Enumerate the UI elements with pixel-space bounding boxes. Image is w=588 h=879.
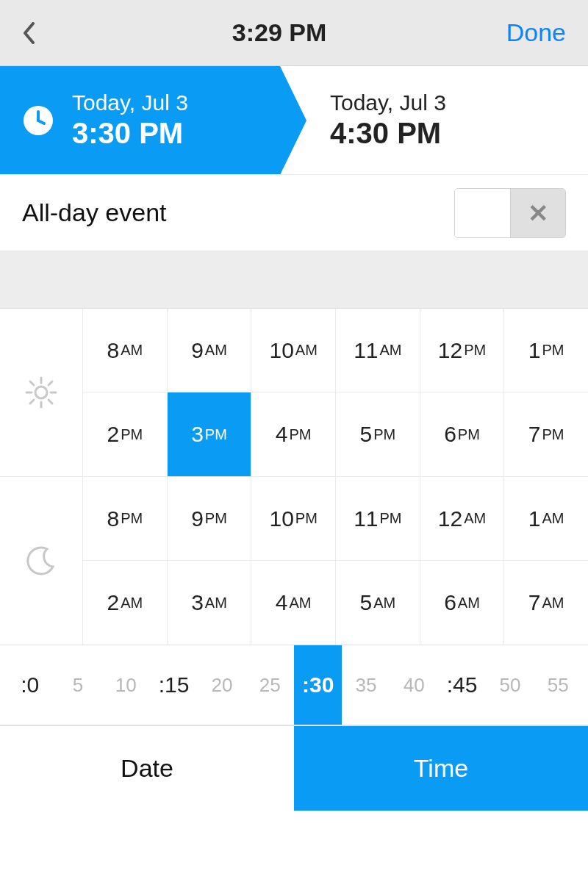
close-icon: ✕ xyxy=(511,189,566,237)
svg-line-7 xyxy=(49,400,52,403)
hour-group-night: 8PM9PM10PM11PM12AM1AM2AM3AM4AM5AM6AM7AM xyxy=(0,477,588,645)
hour-cell[interactable]: 8AM xyxy=(82,309,167,392)
range-start-date: Today, Jul 3 xyxy=(72,90,188,115)
hour-grid-day: 8AM9AM10AM11AM12PM1PM2PM3PM4PM5PM6PM7PM xyxy=(82,309,588,476)
hour-cell[interactable]: 4AM xyxy=(251,561,335,645)
hour-cell[interactable]: 2PM xyxy=(82,392,167,476)
minute-cell[interactable]: 25 xyxy=(246,645,294,725)
hour-cell[interactable]: 8PM xyxy=(82,477,167,561)
minute-cell[interactable]: :45 xyxy=(438,645,486,725)
minute-cell[interactable]: 5 xyxy=(54,645,101,725)
tab-date[interactable]: Date xyxy=(0,726,294,811)
range-start-time: 3:30 PM xyxy=(72,117,188,150)
hour-cell[interactable]: 10AM xyxy=(251,309,335,392)
minute-cell[interactable]: :15 xyxy=(150,645,198,725)
hour-cell[interactable]: 12PM xyxy=(420,309,504,392)
bottom-tabs: Date Time xyxy=(0,725,588,811)
hour-cell[interactable]: 4PM xyxy=(251,392,335,476)
all-day-row: All-day event ✕ xyxy=(0,175,588,251)
hour-cell[interactable]: 3AM xyxy=(167,561,251,645)
hour-cell[interactable]: 1AM xyxy=(503,477,588,561)
hour-cell[interactable]: 11AM xyxy=(335,309,420,392)
hour-cell[interactable]: 9AM xyxy=(167,309,251,392)
hour-cell[interactable]: 7AM xyxy=(503,561,588,645)
range-row: Today, Jul 3 3:30 PM Today, Jul 3 4:30 P… xyxy=(0,66,588,175)
hour-cell[interactable]: 7PM xyxy=(503,392,588,476)
hour-section: 8AM9AM10AM11AM12PM1PM2PM3PM4PM5PM6PM7PM … xyxy=(0,309,588,645)
minute-cell[interactable]: :30 xyxy=(294,645,342,725)
hour-cell[interactable]: 9PM xyxy=(167,477,251,561)
minute-cell[interactable]: 50 xyxy=(486,645,534,725)
minute-row: :0510:152025:303540:455055 xyxy=(0,645,588,725)
sun-icon xyxy=(0,309,82,476)
hour-cell[interactable]: 2AM xyxy=(82,561,167,645)
minute-cell[interactable]: 35 xyxy=(342,645,390,725)
range-end-date: Today, Jul 3 xyxy=(330,90,446,115)
all-day-toggle[interactable]: ✕ xyxy=(454,188,566,238)
spacer xyxy=(0,251,588,309)
svg-point-1 xyxy=(35,387,47,398)
range-end-text: Today, Jul 3 4:30 PM xyxy=(330,90,446,150)
hour-cell[interactable]: 10PM xyxy=(251,477,335,561)
minute-cell[interactable]: 40 xyxy=(390,645,438,725)
header: 3:29 PM Done xyxy=(0,0,588,66)
hour-cell[interactable]: 6PM xyxy=(420,392,504,476)
hour-grid-night: 8PM9PM10PM11PM12AM1AM2AM3AM4AM5AM6AM7AM xyxy=(82,477,588,645)
hour-cell[interactable]: 6AM xyxy=(420,561,504,645)
minute-cell[interactable]: 20 xyxy=(198,645,245,725)
toggle-off-thumb xyxy=(455,189,511,237)
back-button[interactable] xyxy=(22,22,66,44)
hour-cell[interactable]: 3PM xyxy=(167,392,251,476)
minute-cell[interactable]: 10 xyxy=(102,645,150,725)
minute-cell[interactable]: :0 xyxy=(6,645,54,725)
minute-cell[interactable]: 55 xyxy=(534,645,582,725)
moon-icon xyxy=(0,477,82,645)
clock-icon xyxy=(22,104,54,137)
header-title: 3:29 PM xyxy=(66,18,492,47)
hour-cell[interactable]: 12AM xyxy=(420,477,504,561)
hour-cell[interactable]: 1PM xyxy=(503,309,588,392)
tab-time[interactable]: Time xyxy=(294,726,588,811)
all-day-label: All-day event xyxy=(22,198,167,227)
range-start-text: Today, Jul 3 3:30 PM xyxy=(72,90,188,150)
chevron-left-icon xyxy=(22,22,35,44)
svg-line-8 xyxy=(49,381,52,385)
hour-cell[interactable]: 5PM xyxy=(335,392,420,476)
range-end-time: 4:30 PM xyxy=(330,117,446,150)
svg-line-6 xyxy=(30,381,34,385)
hour-group-day: 8AM9AM10AM11AM12PM1PM2PM3PM4PM5PM6PM7PM xyxy=(0,309,588,477)
done-button[interactable]: Done xyxy=(492,18,566,47)
svg-line-9 xyxy=(30,400,34,403)
range-end[interactable]: Today, Jul 3 4:30 PM xyxy=(280,66,588,174)
range-start[interactable]: Today, Jul 3 3:30 PM xyxy=(0,66,280,174)
hour-cell[interactable]: 5AM xyxy=(335,561,420,645)
hour-cell[interactable]: 11PM xyxy=(335,477,420,561)
